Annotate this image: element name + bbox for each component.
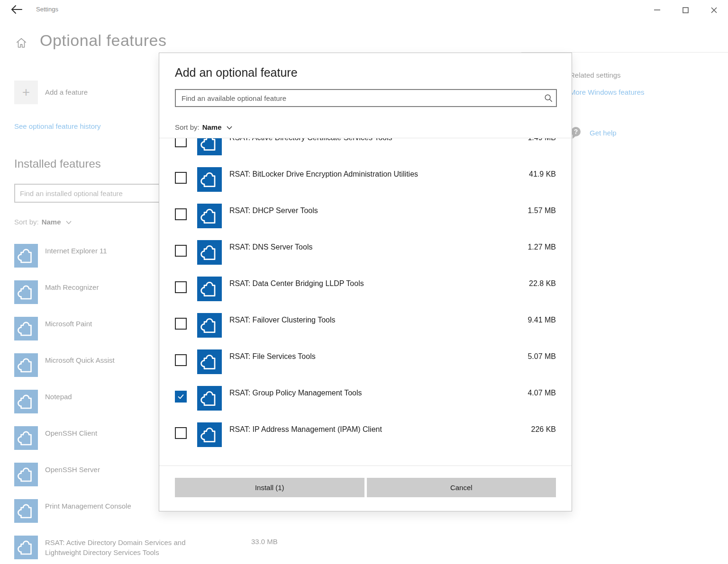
install-button[interactable]: Install (1) <box>175 478 364 497</box>
installed-features-heading: Installed features <box>14 157 101 170</box>
feature-size: 41.9 KB <box>529 170 556 179</box>
get-help-label: Get help <box>590 129 617 137</box>
get-help-link[interactable]: ? Get help <box>570 126 617 139</box>
available-feature-search-input[interactable] <box>175 89 557 107</box>
feature-checkbox[interactable] <box>175 138 187 147</box>
checkmark-icon <box>177 393 185 401</box>
optional-feature-row[interactable]: RSAT: DNS Server Tools 1.27 MB <box>159 235 572 272</box>
installed-feature-size: 33.0 MB <box>251 537 278 546</box>
puzzle-piece-icon <box>197 204 222 228</box>
feature-name: RSAT: Active Directory Certificate Servi… <box>229 138 392 142</box>
feature-history-link[interactable]: See optional feature history <box>14 122 101 130</box>
feature-name: RSAT: IP Address Management (IPAM) Clien… <box>229 425 382 434</box>
add-feature-button[interactable]: + <box>14 81 38 104</box>
puzzle-piece-icon <box>197 277 222 301</box>
feature-checkbox[interactable] <box>175 318 187 330</box>
feature-name: RSAT: File Services Tools <box>229 352 316 361</box>
feature-size: 1.49 MB <box>528 138 556 142</box>
puzzle-piece-icon <box>14 536 38 559</box>
feature-name: RSAT: Data Center Bridging LLDP Tools <box>229 279 364 288</box>
sort-value: Name <box>202 123 222 131</box>
chevron-down-icon <box>227 126 232 130</box>
feature-checkbox[interactable] <box>175 172 187 184</box>
puzzle-piece-icon <box>197 240 222 265</box>
page-title: Optional features <box>40 31 166 50</box>
feature-name: RSAT: BitLocker Drive Encryption Adminis… <box>229 170 418 179</box>
optional-feature-row[interactable]: RSAT: Group Policy Management Tools 4.07… <box>159 381 572 418</box>
puzzle-piece-icon <box>197 138 222 155</box>
puzzle-piece-icon <box>14 390 38 413</box>
add-feature-label: Add a feature <box>45 88 88 96</box>
optional-feature-row[interactable]: RSAT: Failover Clustering Tools 9.41 MB <box>159 308 572 345</box>
optional-feature-row[interactable]: RSAT: Active Directory Certificate Servi… <box>159 138 572 162</box>
puzzle-piece-icon <box>14 499 38 523</box>
feature-checkbox[interactable] <box>175 208 187 220</box>
installed-feature-name: RSAT: Active Directory Domain Services a… <box>45 537 211 557</box>
puzzle-piece-icon <box>197 349 222 374</box>
feature-size: 5.07 MB <box>528 352 556 361</box>
installed-feature-row[interactable]: RSAT: Active Directory Domain Services a… <box>14 536 308 564</box>
feature-checkbox[interactable] <box>175 245 187 257</box>
puzzle-piece-icon <box>197 422 222 447</box>
optional-feature-row[interactable]: RSAT: DHCP Server Tools 1.57 MB <box>159 199 572 235</box>
sort-value: Name <box>42 218 61 226</box>
puzzle-piece-icon <box>14 463 38 486</box>
puzzle-piece-icon <box>197 386 222 411</box>
dialog-title: Add an optional feature <box>175 66 298 80</box>
chevron-down-icon <box>66 221 72 224</box>
sort-by-label: Sort by: <box>175 123 200 131</box>
feature-size: 226 KB <box>531 425 556 434</box>
add-optional-feature-dialog: Add an optional feature Sort by: Name RS… <box>159 53 572 511</box>
dialog-footer: Install (1) Cancel <box>159 466 572 511</box>
related-settings-heading: Related settings <box>570 71 621 79</box>
cancel-button[interactable]: Cancel <box>367 478 556 497</box>
sort-by-label: Sort by: <box>14 218 39 226</box>
optional-feature-row[interactable]: RSAT: IP Address Management (IPAM) Clien… <box>159 418 572 454</box>
puzzle-piece-icon <box>14 280 38 304</box>
puzzle-piece-icon <box>14 353 38 377</box>
dialog-sort-control[interactable]: Sort by: Name <box>175 123 232 131</box>
available-features-list[interactable]: RSAT: Active Directory Certificate Servi… <box>159 138 572 467</box>
installed-sort-control[interactable]: Sort by: Name <box>14 218 72 226</box>
feature-size: 22.8 KB <box>529 279 556 288</box>
feature-size: 1.27 MB <box>528 243 556 251</box>
puzzle-piece-icon <box>197 313 222 338</box>
feature-name: RSAT: DHCP Server Tools <box>229 206 318 215</box>
feature-checkbox[interactable] <box>175 281 187 293</box>
optional-feature-row[interactable]: RSAT: File Services Tools 5.07 MB <box>159 345 572 381</box>
feature-size: 9.41 MB <box>528 316 556 324</box>
plus-icon: + <box>22 86 30 99</box>
feature-size: 4.07 MB <box>528 389 556 397</box>
feature-checkbox[interactable] <box>175 391 187 403</box>
home-icon <box>15 37 27 51</box>
feature-checkbox[interactable] <box>175 354 187 366</box>
more-windows-features-link[interactable]: More Windows features <box>570 88 645 96</box>
feature-name: RSAT: Failover Clustering Tools <box>229 316 336 324</box>
settings-window: Settings Optional features + Add a featu… <box>0 0 728 564</box>
puzzle-piece-icon <box>14 244 38 268</box>
puzzle-piece-icon <box>14 317 38 340</box>
optional-feature-row[interactable]: RSAT: BitLocker Drive Encryption Adminis… <box>159 162 572 199</box>
feature-name: RSAT: Group Policy Management Tools <box>229 389 362 397</box>
puzzle-piece-icon <box>14 426 38 450</box>
optional-feature-row[interactable]: RSAT: Data Center Bridging LLDP Tools 22… <box>159 272 572 308</box>
puzzle-piece-icon <box>197 167 222 192</box>
feature-size: 1.57 MB <box>528 206 556 215</box>
svg-text:?: ? <box>574 128 578 135</box>
feature-name: RSAT: DNS Server Tools <box>229 243 312 251</box>
feature-checkbox[interactable] <box>175 427 187 439</box>
